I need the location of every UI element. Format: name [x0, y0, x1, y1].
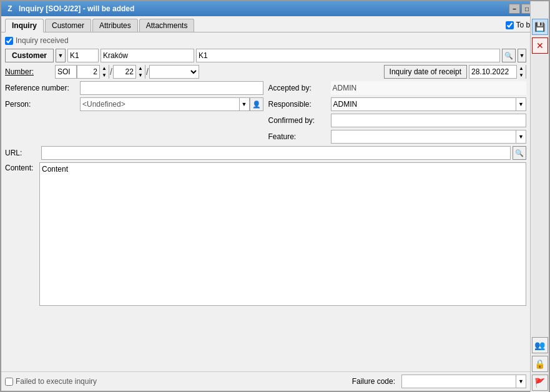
responsible-label: Responsible: [268, 100, 331, 109]
feature-spacer [5, 130, 263, 144]
number-spin-2: ▲ ▼ [113, 65, 145, 79]
feature-section: Feature: ▼ [268, 130, 527, 144]
responsible-select[interactable]: ▼ [331, 97, 527, 111]
window-title: Inquiry [SOI-2/22] - will be added [19, 4, 509, 13]
customer-search-dropdown[interactable]: ▼ [518, 49, 526, 62]
person-dropdown-arrow[interactable]: ▼ [239, 97, 249, 111]
customer-wide-field[interactable] [196, 49, 500, 62]
failure-code-label: Failure code: [352, 377, 395, 386]
confirmed-feature-row: Confirmed by: [5, 114, 526, 127]
number-input-2[interactable] [114, 66, 135, 78]
right-sidebar: 💾 ✕ 👥 🔒 🚩 [530, 1, 549, 392]
person-section: Person: <Undefined> ▼ 👤 [5, 97, 263, 111]
ref-accepted-row: Reference number: Accepted by: ADMIN [5, 81, 526, 95]
date-input[interactable] [469, 66, 516, 78]
titlebar: Z Inquiry [SOI-2/22] - will be added – □… [1, 1, 549, 16]
url-input[interactable] [41, 146, 511, 160]
inquiry-received-row: Inquiry received [5, 36, 526, 45]
failure-code-select[interactable]: ▼ [401, 375, 526, 388]
person-label: Person: [5, 100, 80, 109]
feature-row: Feature: ▼ [5, 130, 526, 144]
failure-code-dropdown-arrow[interactable]: ▼ [516, 375, 526, 388]
feature-select[interactable]: ▼ [331, 130, 527, 144]
responsible-dropdown-arrow[interactable]: ▼ [516, 97, 526, 111]
number-spin-btns-1: ▲ ▼ [99, 65, 109, 79]
number-prefix-field[interactable] [55, 65, 77, 79]
date-spin: ▲ ▼ [469, 65, 526, 79]
failed-label: Failed to execute inquiry [16, 377, 97, 386]
url-browse-button[interactable]: 🔍 [513, 146, 526, 160]
accepted-section: Accepted by: ADMIN [268, 81, 527, 95]
url-label: URL: [5, 149, 39, 157]
main-window: Z Inquiry [SOI-2/22] - will be added – □… [0, 0, 550, 392]
main-content: Inquiry received Customer ▼ 🔍 ▼ Number: … [1, 32, 549, 371]
minimize-button[interactable]: – [509, 4, 520, 14]
failed-checkbox[interactable] [5, 378, 13, 386]
number-input-1[interactable] [77, 66, 99, 78]
number-label: Number: [5, 67, 55, 76]
failed-checkbox-container: Failed to execute inquiry [5, 377, 97, 386]
number-spin-1: ▲ ▼ [77, 65, 109, 79]
person-responsible-row: Person: <Undefined> ▼ 👤 Responsible: ▼ [5, 97, 526, 111]
app-icon: Z [5, 4, 15, 14]
url-row: URL: 🔍 [5, 146, 526, 160]
users-button[interactable]: 👥 [532, 337, 548, 353]
save-button[interactable]: 💾 [532, 19, 548, 35]
number-spin-btns-2: ▲ ▼ [135, 65, 145, 79]
bottom-bar: Failed to execute inquiry Failure code: … [1, 371, 549, 391]
number-select[interactable] [149, 65, 199, 79]
customer-button[interactable]: Customer [5, 49, 54, 62]
date-spin-btns: ▲ ▼ [516, 65, 526, 79]
content-area: Content: Content [5, 162, 526, 306]
customer-city-field[interactable] [101, 49, 194, 62]
date-up[interactable]: ▲ [517, 65, 526, 72]
number-down-1[interactable]: ▼ [100, 72, 109, 79]
tab-customer[interactable]: Customer [45, 19, 91, 32]
cancel-button[interactable]: ✕ [532, 37, 548, 54]
person-value: <Undefined> [81, 100, 239, 109]
number-down-2[interactable]: ▼ [136, 72, 145, 79]
feature-dropdown-arrow[interactable]: ▼ [516, 130, 526, 144]
customer-search-button[interactable]: 🔍 [502, 49, 516, 62]
date-down[interactable]: ▼ [517, 72, 526, 79]
separator-2: / [146, 67, 149, 77]
feature-label: Feature: [268, 132, 331, 141]
number-up-2[interactable]: ▲ [136, 65, 145, 72]
person-icon-button[interactable]: 👤 [250, 97, 263, 111]
reference-label: Reference number: [5, 84, 80, 92]
responsible-section: Responsible: ▼ [268, 97, 527, 111]
tab-inquiry[interactable]: Inquiry [5, 19, 44, 32]
number-up-1[interactable]: ▲ [100, 65, 109, 72]
confirmed-input[interactable] [331, 114, 527, 127]
responsible-input[interactable] [331, 98, 516, 110]
content-textarea[interactable]: Content [39, 162, 526, 306]
customer-k1-field[interactable] [67, 49, 99, 62]
separator-1: / [110, 67, 112, 77]
flag-button[interactable]: 🚩 [532, 375, 548, 391]
number-date-row: Number: ▲ ▼ / ▲ ▼ / Inquiry date of r [5, 65, 526, 79]
customer-row: Customer ▼ 🔍 ▼ [5, 49, 526, 62]
reference-section: Reference number: [5, 81, 263, 95]
tab-attachments[interactable]: Attachments [139, 19, 195, 32]
reference-input[interactable] [80, 81, 263, 95]
inquiry-date-button[interactable]: Inquiry date of receipt [384, 65, 467, 79]
person-select[interactable]: <Undefined> ▼ [80, 97, 250, 111]
confirmed-section: Confirmed by: [268, 114, 527, 127]
accepted-value: ADMIN [331, 81, 527, 95]
accepted-label: Accepted by: [268, 84, 331, 92]
inquiry-received-checkbox[interactable] [5, 37, 13, 45]
customer-dropdown-arrow[interactable]: ▼ [56, 49, 66, 62]
tab-attributes[interactable]: Attributes [92, 19, 138, 32]
to-buffer-checkbox[interactable] [506, 21, 514, 29]
inquiry-received-label: Inquiry received [16, 36, 69, 45]
confirmed-spacer [5, 114, 263, 127]
lock-button[interactable]: 🔒 [532, 356, 548, 372]
confirmed-label: Confirmed by: [268, 116, 331, 125]
tabs-bar: Inquiry Customer Attributes Attachments … [1, 16, 549, 32]
content-label: Content: [5, 162, 39, 172]
